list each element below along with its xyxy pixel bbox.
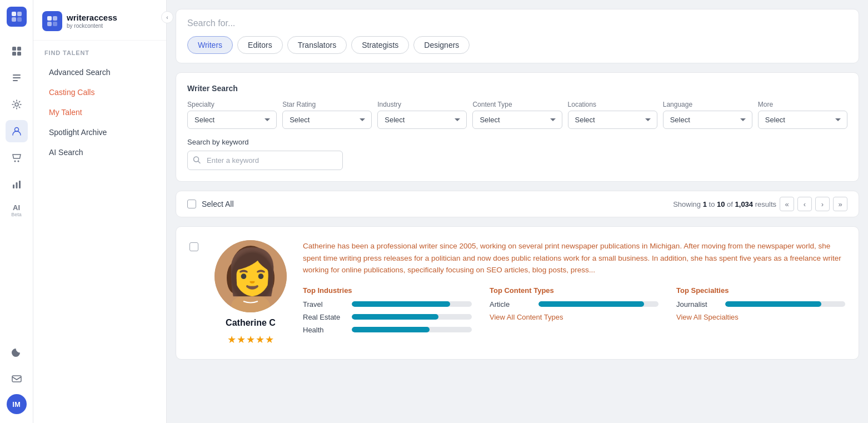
settings-icon[interactable] bbox=[6, 93, 28, 116]
top-specialties-title: Top Specialties bbox=[676, 286, 845, 295]
filter-specialty: Specialty Select bbox=[187, 101, 277, 129]
writer-bio: Catherine has been a professional writer… bbox=[303, 240, 845, 276]
industry-health: Health bbox=[303, 326, 472, 334]
logo-sub: by rockcontent bbox=[67, 23, 117, 29]
select-all-checkbox[interactable] bbox=[187, 200, 196, 208]
top-specialties-col: Top Specialties Journalist View All Spec… bbox=[676, 286, 845, 339]
svg-rect-30 bbox=[238, 273, 247, 279]
svg-rect-10 bbox=[13, 80, 18, 81]
nav-item-casting-calls[interactable]: Casting Calls bbox=[38, 83, 162, 102]
tab-writers[interactable]: Writers bbox=[187, 36, 233, 54]
tab-designers[interactable]: Designers bbox=[413, 36, 470, 54]
keyword-search-icon bbox=[193, 156, 201, 165]
results-bar: Select All Showing 1 to 10 of 1,034 resu… bbox=[176, 191, 859, 217]
nav-item-ai-search[interactable]: AI Search bbox=[38, 143, 162, 162]
svg-rect-18 bbox=[12, 376, 21, 382]
top-content-types-title: Top Content Types bbox=[490, 286, 659, 295]
user-avatar-icon[interactable]: IM bbox=[7, 394, 27, 414]
tab-strategists[interactable]: Strategists bbox=[351, 36, 409, 54]
content-article-bar bbox=[538, 301, 644, 307]
svg-rect-4 bbox=[12, 47, 16, 51]
nav-item-my-talent[interactable]: My Talent bbox=[38, 103, 162, 122]
specialty-journalist: Journalist bbox=[676, 300, 845, 308]
svg-point-35 bbox=[231, 295, 270, 312]
industry-travel-bar bbox=[352, 301, 450, 307]
svg-rect-8 bbox=[13, 74, 21, 76]
mail-icon[interactable] bbox=[6, 367, 28, 390]
svg-rect-19 bbox=[47, 16, 52, 21]
svg-point-28 bbox=[227, 262, 242, 293]
nav-item-advanced-search[interactable]: Advanced Search bbox=[38, 63, 162, 82]
svg-rect-7 bbox=[17, 52, 21, 56]
talent-icon[interactable] bbox=[6, 120, 28, 142]
filter-locations-select[interactable]: Select bbox=[568, 111, 657, 129]
filter-content-type: Content Type Select bbox=[472, 101, 562, 129]
content-article-label: Article bbox=[490, 300, 534, 308]
select-all-wrap: Select All bbox=[187, 200, 234, 208]
first-page-button[interactable]: « bbox=[780, 197, 794, 211]
pagination: Showing 1 to 10 of 1,034 results « ‹ › » bbox=[673, 197, 847, 211]
svg-rect-1 bbox=[17, 12, 22, 16]
app-logo bbox=[7, 7, 27, 27]
svg-point-27 bbox=[236, 258, 265, 291]
filter-industry-select[interactable]: Select bbox=[377, 111, 467, 129]
logo-full: writeraccess by rockcontent bbox=[33, 11, 166, 41]
view-all-content-link[interactable]: View All Content Types bbox=[490, 313, 659, 321]
filter-content-type-select[interactable]: Select bbox=[472, 111, 562, 129]
next-page-button[interactable]: › bbox=[815, 197, 830, 211]
svg-rect-20 bbox=[53, 16, 57, 21]
nav-item-spotlight-archive[interactable]: Spotlight Archive bbox=[38, 123, 162, 142]
orders-icon[interactable] bbox=[6, 67, 28, 89]
nav-panel: writeraccess by rockcontent ‹ FIND TALEN… bbox=[33, 0, 167, 423]
filter-industry-label: Industry bbox=[377, 101, 467, 108]
avatar-initials: IM bbox=[12, 400, 20, 409]
industry-real-estate: Real Estate bbox=[303, 313, 472, 321]
top-content-types-col: Top Content Types Article View All Conte… bbox=[490, 286, 659, 339]
writer-search-panel: Writer Search Specialty Select Star Rati… bbox=[176, 72, 859, 182]
industry-real-estate-bar-wrap bbox=[352, 314, 472, 320]
logo-icon-nav bbox=[42, 11, 62, 31]
writer-search-title: Writer Search bbox=[187, 84, 847, 93]
filter-language-select[interactable]: Select bbox=[663, 111, 752, 129]
filter-specialty-select[interactable]: Select bbox=[187, 111, 277, 129]
dashboard-icon[interactable] bbox=[6, 40, 28, 62]
industry-travel-bar-wrap bbox=[352, 301, 472, 307]
filter-industry: Industry Select bbox=[377, 101, 467, 129]
svg-point-14 bbox=[17, 161, 19, 162]
filter-content-type-label: Content Type bbox=[472, 101, 562, 108]
svg-rect-5 bbox=[17, 47, 21, 51]
moon-icon[interactable] bbox=[6, 341, 28, 363]
filter-star-select[interactable]: Select bbox=[282, 111, 372, 129]
specialty-journalist-bar-wrap bbox=[725, 301, 845, 307]
view-all-specialties-link[interactable]: View All Specialties bbox=[676, 313, 845, 321]
filter-star-rating: Star Rating Select bbox=[282, 101, 372, 129]
svg-rect-9 bbox=[13, 77, 21, 78]
specialty-journalist-label: Journalist bbox=[676, 300, 721, 308]
industry-real-estate-bar bbox=[352, 314, 438, 320]
select-all-label: Select All bbox=[202, 200, 234, 208]
writer-select-checkbox[interactable] bbox=[189, 242, 198, 251]
last-page-button[interactable]: » bbox=[833, 197, 847, 211]
prev-page-button[interactable]: ‹ bbox=[797, 197, 812, 211]
industry-real-estate-label: Real Estate bbox=[303, 313, 347, 321]
filter-more-select[interactable]: Select bbox=[758, 111, 847, 129]
search-input[interactable] bbox=[187, 18, 847, 28]
nav-section-header: FIND TALENT bbox=[33, 49, 166, 62]
industry-health-label: Health bbox=[303, 326, 347, 334]
writer-stats-row: Top Industries Travel Real Estate bbox=[303, 286, 845, 339]
tab-editors[interactable]: Editors bbox=[237, 36, 283, 54]
filter-locations: Locations Select bbox=[568, 101, 657, 129]
keyword-input[interactable] bbox=[187, 151, 343, 170]
filter-locations-label: Locations bbox=[568, 101, 657, 108]
filter-star-label: Star Rating bbox=[282, 101, 372, 108]
reports-icon[interactable] bbox=[6, 173, 28, 196]
svg-rect-31 bbox=[249, 273, 258, 279]
search-tab-row: Writers Editors Translators Strategists … bbox=[187, 36, 847, 54]
keyword-label: Search by keyword bbox=[187, 138, 847, 146]
ai-icon[interactable]: AI Beta bbox=[6, 200, 28, 221]
logo-text: writeraccess by rockcontent bbox=[67, 13, 117, 29]
results-to: 10 bbox=[717, 200, 725, 208]
tab-translators[interactable]: Translators bbox=[287, 36, 347, 54]
content-article-bar-wrap bbox=[538, 301, 659, 307]
shop-icon[interactable] bbox=[6, 147, 28, 169]
